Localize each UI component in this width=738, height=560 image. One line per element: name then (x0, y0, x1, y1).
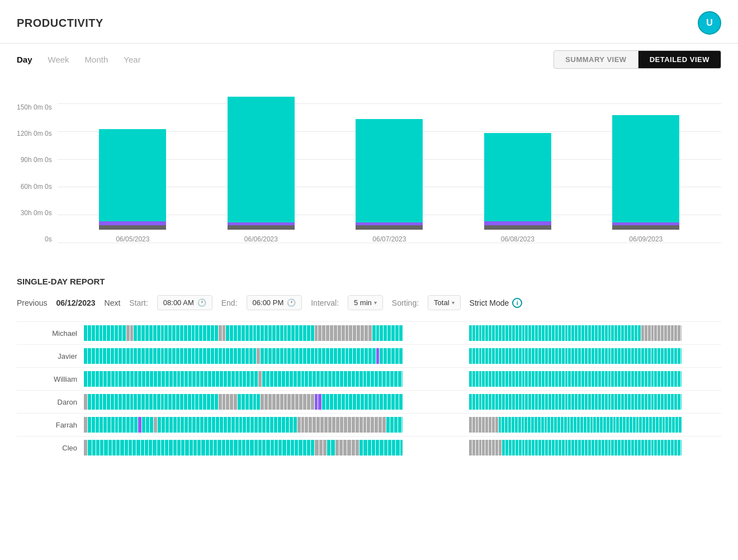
chart-section: 0s 30h 0m 0s 60h 0m 0s 90h 0m 0s 120h 0m… (0, 75, 738, 271)
person-name: Farrah (17, 414, 84, 436)
bar-2: 06/07/2023 (356, 119, 423, 243)
tab-day[interactable]: Day (17, 53, 32, 67)
person-name: Cleo (17, 436, 84, 459)
activity-bars-left (84, 345, 462, 368)
table-row: William (17, 368, 721, 391)
divider (462, 322, 469, 345)
activity-bars-right (469, 414, 721, 436)
person-name: Javier (17, 345, 84, 368)
sorting-value: Total (434, 298, 449, 307)
divider (462, 345, 469, 368)
divider (462, 391, 469, 414)
summary-view-button[interactable]: SUMMARY VIEW (554, 50, 638, 69)
y-label-2: 60h 0m 0s (17, 183, 52, 191)
end-value: 06:00 PM (253, 298, 284, 307)
activity-bars-left (84, 322, 462, 345)
table-row: Cleo (17, 436, 721, 459)
activity-bars-left (84, 391, 462, 414)
table-row: Farrah (17, 414, 721, 436)
interval-value: 5 min (354, 298, 372, 307)
activity-bars-left (84, 368, 462, 391)
y-axis: 0s 30h 0m 0s 60h 0m 0s 90h 0m 0s 120h 0m… (17, 103, 52, 260)
avatar[interactable]: U (698, 11, 721, 35)
interval-label: Interval: (311, 298, 339, 307)
activity-bars-left (84, 436, 462, 459)
timeline-table: Michael Javier Willi (17, 321, 721, 459)
bar-4: 06/09/2023 (612, 115, 679, 243)
y-label-5: 150h 0m 0s (17, 103, 52, 111)
interval-chevron-icon: ▾ (374, 300, 377, 306)
bar-1: 06/06/2023 (228, 97, 295, 243)
person-name: William (17, 368, 84, 391)
strict-mode-info-icon[interactable]: i (512, 298, 522, 308)
bar-label-3: 06/08/2023 (501, 235, 534, 243)
bar-label-4: 06/09/2023 (629, 235, 663, 243)
divider (462, 436, 469, 459)
divider (462, 368, 469, 391)
prev-button[interactable]: Previous (17, 298, 47, 307)
start-clock-icon: 🕐 (197, 298, 206, 307)
start-label: Start: (129, 298, 148, 307)
bars-row: 06/05/2023 06/06/2023 (58, 103, 721, 243)
sorting-chevron-icon: ▾ (452, 300, 455, 306)
controls-row: Previous 06/12/2023 Next Start: 08:00 AM… (17, 295, 721, 310)
y-label-4: 120h 0m 0s (17, 130, 52, 137)
interval-select[interactable]: 5 min ▾ (348, 295, 383, 310)
divider (462, 414, 469, 436)
detailed-view-button[interactable]: DETAILED VIEW (638, 50, 721, 69)
bar-label-2: 06/07/2023 (372, 235, 406, 243)
single-day-section: SINGLE-DAY REPORT Previous 06/12/2023 Ne… (0, 271, 738, 470)
bar-0: 06/05/2023 (99, 129, 166, 243)
person-name: Michael (17, 322, 84, 345)
table-row: Michael (17, 322, 721, 345)
tab-year[interactable]: Year (124, 53, 140, 67)
activity-bars-right (469, 345, 721, 368)
report-date: 06/12/2023 (56, 298, 95, 307)
activity-bars-left (84, 414, 462, 436)
bars-area: 06/05/2023 06/06/2023 (58, 103, 721, 260)
start-value: 08:00 AM (163, 298, 194, 307)
end-label: End: (221, 298, 238, 307)
next-button[interactable]: Next (105, 298, 121, 307)
y-label-3: 90h 0m 0s (17, 156, 52, 164)
activity-bars-right (469, 391, 721, 414)
y-label-0: 0s (17, 235, 52, 243)
table-row: Daron (17, 391, 721, 414)
person-name: Daron (17, 391, 84, 414)
sorting-label: Sorting: (392, 298, 419, 307)
bar-3: 06/08/2023 (484, 133, 551, 243)
activity-bars-right (469, 322, 721, 345)
tab-month[interactable]: Month (85, 53, 108, 67)
strict-mode-control: Strict Mode i (470, 298, 523, 308)
table-row: Javier (17, 345, 721, 368)
view-toggle: SUMMARY VIEW DETAILED VIEW (554, 50, 721, 69)
single-day-title: SINGLE-DAY REPORT (17, 277, 721, 286)
period-tabs: Day Week Month Year (17, 53, 141, 67)
activity-bars-right (469, 436, 721, 459)
y-label-1: 30h 0m 0s (17, 209, 52, 217)
end-clock-icon: 🕐 (287, 298, 296, 307)
start-input[interactable]: 08:00 AM 🕐 (157, 295, 212, 310)
strict-mode-label: Strict Mode (470, 298, 509, 307)
sorting-select[interactable]: Total ▾ (428, 295, 460, 310)
end-input[interactable]: 06:00 PM 🕐 (247, 295, 302, 310)
activity-bars-right (469, 368, 721, 391)
tab-week[interactable]: Week (48, 53, 69, 67)
page-title: PRODUCTIVITY (17, 17, 103, 30)
bar-label-0: 06/05/2023 (116, 235, 149, 243)
bar-label-1: 06/06/2023 (244, 235, 278, 243)
